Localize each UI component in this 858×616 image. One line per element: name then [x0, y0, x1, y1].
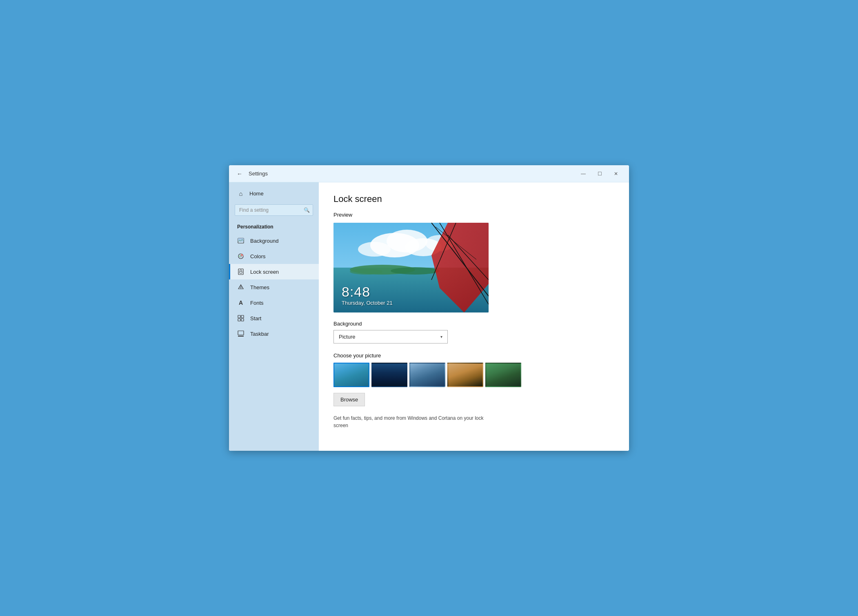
- sidebar: ⌂ Home 🔍 Personalization Back: [229, 182, 319, 451]
- svg-rect-8: [238, 315, 240, 318]
- picture-grid: [333, 363, 614, 387]
- svg-rect-11: [241, 319, 244, 321]
- preview-date: Thursday, October 21: [342, 300, 480, 306]
- close-button[interactable]: ✕: [608, 167, 624, 180]
- colors-icon: [237, 253, 245, 260]
- window-title: Settings: [249, 171, 575, 177]
- background-label: Background: [333, 321, 614, 327]
- choose-picture-label: Choose your picture: [333, 352, 614, 359]
- svg-point-18: [358, 242, 391, 257]
- sidebar-item-colors[interactable]: Colors: [229, 248, 319, 264]
- search-icon: 🔍: [304, 207, 310, 213]
- preview-label: Preview: [333, 212, 614, 218]
- preview-overlay: 8:48 Thursday, October 21: [333, 277, 489, 312]
- sidebar-colors-label: Colors: [250, 253, 266, 259]
- svg-point-22: [391, 267, 440, 275]
- svg-point-23: [350, 269, 382, 275]
- dropdown-selected-value: Picture: [339, 334, 355, 340]
- sidebar-home-label: Home: [249, 191, 264, 197]
- svg-rect-9: [241, 315, 244, 318]
- picture-thumb-5[interactable]: [485, 363, 521, 387]
- background-dropdown[interactable]: Picture ▾: [333, 330, 448, 343]
- svg-rect-12: [238, 331, 244, 335]
- title-bar: ← Settings — ☐ ✕: [229, 165, 629, 182]
- svg-rect-5: [240, 271, 242, 273]
- sidebar-item-background[interactable]: Background: [229, 233, 319, 248]
- picture-thumb-4[interactable]: [447, 363, 483, 387]
- taskbar-icon: [237, 330, 245, 337]
- fonts-icon: A: [237, 299, 245, 306]
- maximize-button[interactable]: ☐: [591, 167, 608, 180]
- themes-icon: [237, 284, 245, 291]
- search-input[interactable]: [235, 204, 313, 216]
- sidebar-section-title: Personalization: [229, 222, 319, 233]
- chevron-down-icon: ▾: [440, 335, 442, 339]
- svg-rect-10: [238, 319, 240, 321]
- info-text: Get fun facts, tips, and more from Windo…: [333, 414, 497, 429]
- sidebar-taskbar-label: Taskbar: [250, 331, 269, 337]
- picture-thumb-3[interactable]: [409, 363, 445, 387]
- sidebar-themes-label: Themes: [250, 284, 269, 290]
- background-icon: [237, 237, 245, 244]
- preview-container: 8:48 Thursday, October 21: [333, 223, 489, 312]
- sidebar-start-label: Start: [250, 315, 261, 321]
- main-layout: ⌂ Home 🔍 Personalization Back: [229, 182, 629, 451]
- sidebar-item-start[interactable]: Start: [229, 310, 319, 326]
- search-container: 🔍: [235, 204, 313, 216]
- sidebar-item-themes[interactable]: Themes: [229, 279, 319, 295]
- sidebar-lockscreen-label: Lock screen: [250, 269, 279, 275]
- window-controls: — ☐ ✕: [575, 167, 624, 180]
- home-icon: ⌂: [237, 190, 245, 197]
- svg-rect-13: [238, 336, 244, 337]
- back-button[interactable]: ←: [234, 168, 245, 179]
- picture-thumb-2[interactable]: [371, 363, 407, 387]
- settings-window: ← Settings — ☐ ✕ ⌂ Home 🔍 Personalizatio…: [229, 165, 629, 451]
- minimize-button[interactable]: —: [575, 167, 591, 180]
- sidebar-item-fonts[interactable]: A Fonts: [229, 295, 319, 310]
- svg-point-3: [240, 255, 242, 257]
- picture-thumb-1[interactable]: [333, 363, 369, 387]
- start-icon: [237, 315, 245, 322]
- page-title: Lock screen: [333, 194, 614, 204]
- sidebar-item-taskbar[interactable]: Taskbar: [229, 326, 319, 341]
- content-area: Lock screen Preview: [319, 182, 629, 451]
- lockscreen-icon: [237, 268, 245, 275]
- sidebar-item-lockscreen[interactable]: Lock screen: [229, 264, 319, 279]
- sidebar-item-home[interactable]: ⌂ Home: [229, 186, 319, 201]
- browse-button[interactable]: Browse: [333, 393, 365, 406]
- preview-time: 8:48: [342, 284, 480, 300]
- sidebar-background-label: Background: [250, 238, 278, 244]
- sidebar-fonts-label: Fonts: [250, 300, 264, 306]
